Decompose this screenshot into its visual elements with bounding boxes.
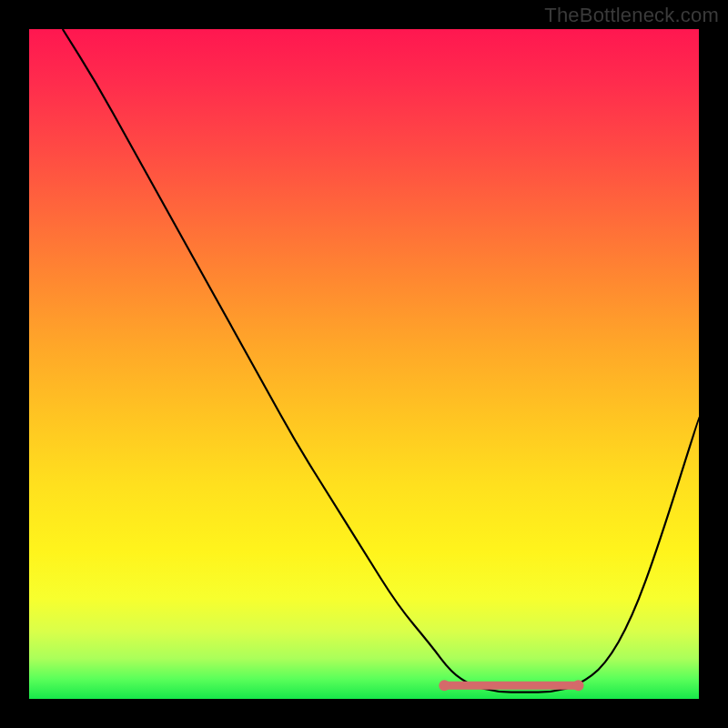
plot-svg (29, 29, 699, 699)
plot-area (29, 29, 699, 699)
chart-frame: TheBottleneck.com (0, 0, 728, 728)
attribution-label: TheBottleneck.com (544, 4, 719, 27)
optimal-range-end-dot (573, 680, 584, 691)
optimal-range-start-dot (439, 680, 450, 691)
bottleneck-curve (63, 29, 699, 693)
